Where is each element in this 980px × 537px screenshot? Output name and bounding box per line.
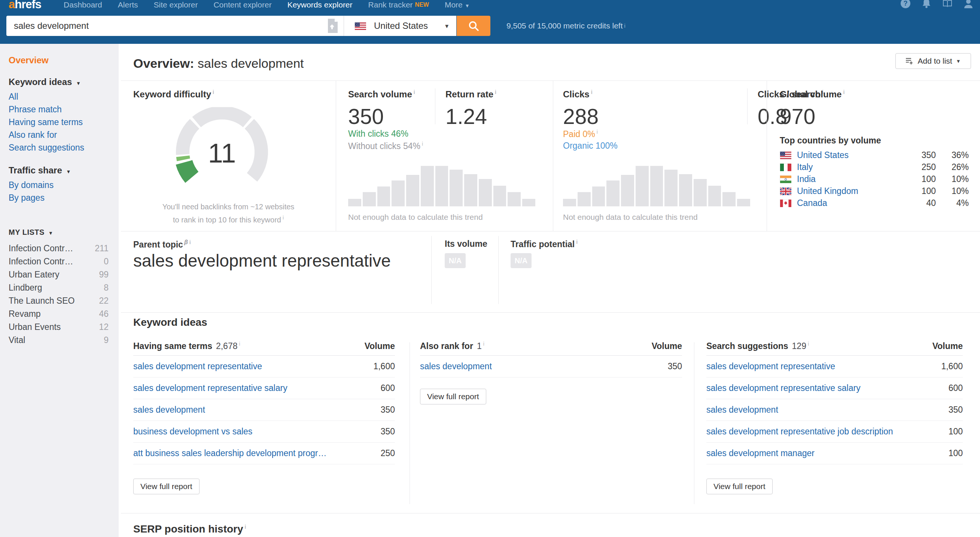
sidebar-item-all[interactable]: All — [9, 90, 108, 103]
help-icon[interactable]: ? — [900, 0, 911, 9]
view-full-report-button[interactable]: View full report — [420, 389, 486, 405]
info-icon[interactable]: i — [213, 89, 214, 95]
table-row: sales development350 — [706, 399, 963, 421]
table-row: sales development representative1,600 — [133, 356, 395, 378]
keyword-link[interactable]: sales development — [133, 405, 205, 415]
search-button[interactable] — [457, 16, 490, 36]
country-select[interactable]: United States ▼ — [344, 16, 456, 36]
info-icon[interactable]: i — [245, 524, 246, 530]
column-title: Search suggestions — [706, 341, 788, 351]
my-list-item[interactable]: Infection Contr…211 — [9, 242, 108, 255]
keyword-volume: 350 — [373, 405, 395, 415]
country-link[interactable]: India — [797, 174, 816, 184]
nav-item-content-explorer[interactable]: Content explorer — [213, 0, 271, 10]
info-icon[interactable]: i — [239, 341, 240, 347]
trend-bar — [621, 175, 634, 206]
info-icon[interactable]: i — [576, 239, 578, 245]
trend-bar — [421, 166, 434, 206]
docs-book-icon[interactable] — [942, 0, 953, 9]
sidebar-groups: Keyword ideas ▼AllPhrase matchHaving sam… — [9, 77, 108, 204]
nav-item-dashboard[interactable]: Dashboard — [64, 0, 102, 10]
sidebar-item-also-rank-for[interactable]: Also rank for — [9, 128, 108, 141]
country-link[interactable]: Canada — [797, 198, 827, 208]
country-link[interactable]: Italy — [797, 162, 813, 172]
keyword-link[interactable]: sales development — [706, 405, 778, 415]
column-count: 1i — [477, 341, 484, 351]
clicks-value: 288 — [563, 104, 598, 129]
my-list-item[interactable]: Urban Events12 — [9, 320, 108, 334]
keyword-link[interactable]: sales development manager — [706, 448, 815, 458]
nav-item-more[interactable]: More▼ — [445, 0, 470, 10]
info-icon[interactable]: i — [624, 23, 625, 29]
keyword-search-input[interactable] — [6, 16, 327, 35]
info-icon[interactable]: i — [422, 141, 423, 147]
nav-item-alerts[interactable]: Alerts — [118, 0, 138, 10]
info-icon[interactable]: i — [483, 341, 484, 347]
keyword-link[interactable]: sales development — [420, 362, 492, 371]
sidebar-item-search-suggestions[interactable]: Search suggestions — [9, 141, 108, 154]
my-list-item[interactable]: The Launch SEO22 — [9, 294, 108, 308]
return-rate-label: Return ratei — [445, 89, 496, 100]
table-row: sales development350 — [420, 356, 682, 378]
info-icon[interactable]: i — [808, 341, 809, 347]
sidebar-item-overview[interactable]: Overview — [9, 55, 108, 65]
sidebar-item-by-domains[interactable]: By domains — [9, 178, 108, 191]
keyword-ideas-column-having-same-terms: Having same terms2,678iVolumesales devel… — [133, 337, 395, 494]
sidebar-item-having-same-terms[interactable]: Having same terms — [9, 116, 108, 128]
keyword-link[interactable]: sales development representative — [133, 362, 262, 371]
serp-history-title: SERP position historyi — [133, 523, 980, 535]
info-icon[interactable]: i — [189, 239, 191, 245]
country-link[interactable]: United States — [797, 150, 849, 160]
keyword-link[interactable]: sales development representative — [706, 362, 835, 371]
country-row: United States35036% — [780, 149, 969, 161]
info-icon[interactable]: i — [591, 89, 593, 95]
search-icon — [468, 20, 479, 32]
notifications-bell-icon[interactable] — [921, 0, 932, 9]
my-list-item[interactable]: Infection Contr…0 — [9, 255, 108, 268]
my-list-name: The Launch SEO — [9, 294, 75, 308]
info-icon[interactable]: i — [283, 215, 284, 221]
nav-item-keywords-explorer[interactable]: Keywords explorer — [288, 0, 353, 10]
nav-item-rank-tracker[interactable]: Rank trackerNEW — [368, 0, 429, 10]
my-list-item[interactable]: Urban Eatery99 — [9, 268, 108, 281]
info-icon[interactable]: i — [495, 89, 496, 95]
sidebar-my-lists-header[interactable]: MY LISTS ▼ — [9, 228, 108, 237]
serp-history-section: SERP position historyi — [121, 513, 980, 535]
sidebar-group-keyword-ideas[interactable]: Keyword ideas ▼ — [9, 77, 108, 87]
sidebar-links: By domainsBy pages — [9, 178, 108, 204]
trend-bar — [737, 199, 750, 206]
column-divider — [409, 342, 410, 504]
chevron-down-icon: ▼ — [956, 58, 961, 64]
keyword-volume: 600 — [373, 383, 395, 393]
account-user-icon[interactable] — [963, 0, 974, 9]
sidebar-group-traffic-share[interactable]: Traffic share ▼ — [9, 165, 108, 175]
view-full-report-button[interactable]: View full report — [133, 479, 199, 494]
global-volume-card: Global volumei 970 Top countries by volu… — [767, 81, 980, 231]
trend-bar — [694, 179, 707, 206]
sidebar-item-by-pages[interactable]: By pages — [9, 191, 108, 204]
keyword-link[interactable]: sales development representative job des… — [706, 427, 893, 437]
table-row: business development vs sales350 — [133, 421, 395, 443]
keyword-link[interactable]: att business sales leadership developmen… — [133, 448, 327, 458]
column-title: Also rank for — [420, 341, 473, 351]
view-full-report-button[interactable]: View full report — [706, 479, 773, 494]
info-icon[interactable]: i — [597, 129, 598, 135]
my-list-item[interactable]: Lindberg8 — [9, 281, 108, 294]
country-link[interactable]: United Kingdom — [797, 186, 858, 196]
left-sidebar: Overview Keyword ideas ▼AllPhrase matchH… — [0, 44, 119, 537]
sidebar-item-phrase-match[interactable]: Phrase match — [9, 103, 108, 116]
nav-item-site-explorer[interactable]: Site explorer — [153, 0, 198, 10]
keyword-link[interactable]: sales development representative salary — [133, 383, 288, 393]
trend-bar — [435, 166, 449, 206]
my-list-item[interactable]: Vital9 — [9, 334, 108, 347]
keyword-ideas-column-search-suggestions: Search suggestions129iVolumesales develo… — [706, 337, 963, 494]
import-file-icon[interactable] — [327, 19, 338, 33]
ahrefs-logo[interactable]: ahrefs — [9, 0, 41, 11]
add-to-list-button[interactable]: Add to list ▼ — [896, 53, 971, 69]
chevron-down-icon: ▼ — [48, 230, 53, 236]
my-list-item[interactable]: Revamp46 — [9, 308, 108, 320]
keyword-link[interactable]: sales development representative salary — [706, 383, 861, 393]
keyword-link[interactable]: business development vs sales — [133, 427, 252, 437]
info-icon[interactable]: i — [843, 89, 845, 95]
info-icon[interactable]: i — [414, 89, 415, 95]
